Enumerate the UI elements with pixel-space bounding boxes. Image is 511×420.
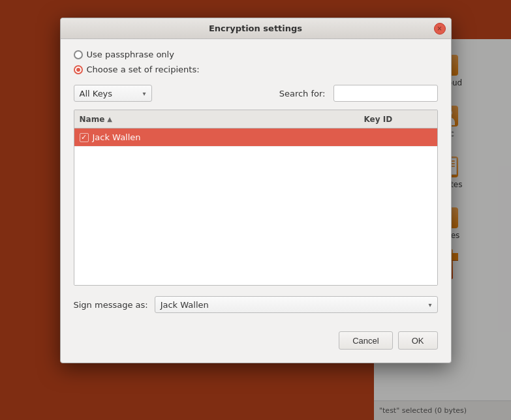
col-name-header[interactable]: Name ▲ — [74, 115, 359, 124]
radio-recipients-label: Choose a set of recipients: — [87, 65, 200, 74]
sign-label: Sign message as: — [74, 300, 148, 310]
keys-table: Name ▲ Key ID ✓ Jack Wallen — [74, 110, 438, 286]
controls-row: All Keys ▾ Search for: — [74, 85, 438, 102]
encryption-dialog: Encryption settings × Use passphrase onl… — [60, 18, 452, 363]
dialog-title: Encryption settings — [209, 23, 302, 33]
keys-dropdown-value: All Keys — [80, 89, 113, 98]
radio-passphrase-circle — [74, 50, 83, 59]
row-name-cell: ✓ Jack Wallen — [74, 132, 359, 142]
search-input[interactable] — [333, 85, 438, 102]
sign-dropdown-value: Jack Wallen — [161, 300, 209, 310]
col-keyid-label: Key ID — [364, 115, 393, 124]
keys-dropdown[interactable]: All Keys ▾ — [74, 85, 152, 102]
checkbox-checked-icon: ✓ — [80, 133, 89, 142]
radio-group: Use passphrase only Choose a set of reci… — [74, 50, 438, 74]
col-keyid-header[interactable]: Key ID — [359, 115, 437, 124]
dialog-titlebar: Encryption settings × — [61, 18, 451, 39]
radio-recipients-circle — [74, 65, 83, 74]
row-name-value: Jack Wallen — [93, 132, 141, 142]
chevron-down-icon: ▾ — [142, 90, 146, 97]
radio-dot — [76, 68, 80, 72]
col-name-label: Name — [80, 115, 105, 124]
button-row: Cancel OK — [74, 326, 438, 352]
dialog-close-button[interactable]: × — [434, 23, 446, 35]
dialog-body: Use passphrase only Choose a set of reci… — [61, 39, 451, 363]
sign-chevron-icon: ▾ — [428, 301, 431, 308]
cancel-button[interactable]: Cancel — [339, 331, 392, 350]
table-header: Name ▲ Key ID — [74, 110, 437, 128]
table-body: ✓ Jack Wallen — [74, 128, 437, 285]
ok-button[interactable]: OK — [398, 331, 438, 350]
sign-row: Sign message as: Jack Wallen ▾ — [74, 296, 438, 313]
sign-dropdown[interactable]: Jack Wallen ▾ — [155, 296, 438, 313]
radio-recipients[interactable]: Choose a set of recipients: — [74, 65, 438, 74]
dialog-overlay: Encryption settings × Use passphrase onl… — [0, 0, 511, 420]
table-row[interactable]: ✓ Jack Wallen — [74, 128, 437, 147]
radio-passphrase-label: Use passphrase only — [87, 50, 174, 59]
radio-passphrase[interactable]: Use passphrase only — [74, 50, 438, 59]
search-label: Search for: — [279, 89, 326, 98]
sort-arrow-icon: ▲ — [107, 115, 112, 123]
